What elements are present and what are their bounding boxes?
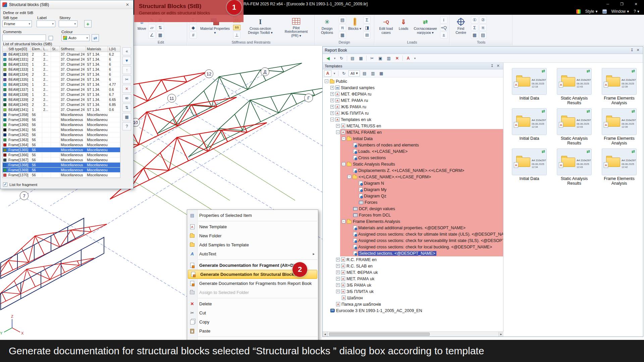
- load-harmonization-button[interactable]: ⇄ Согласование нагрузок ▾: [412, 16, 439, 39]
- stb-column-header[interactable]: L(H): [108, 46, 120, 52]
- view-list-icon[interactable]: ▤: [361, 70, 368, 77]
- design-options-button[interactable]: ✳ Design Options: [316, 16, 338, 39]
- view-details-icon[interactable]: ▥: [369, 70, 377, 77]
- menu-style[interactable]: Style ▾: [585, 9, 598, 14]
- document-thumbnail[interactable]: ⇄AA4 210x29706.06.2025 12:39Frame Elemen…: [598, 108, 640, 148]
- stb-table-row[interactable]: BEAM[1335]12...37. Channel 24ST 1.34.6: [3, 77, 120, 82]
- stb-type-select[interactable]: Frame▾: [2, 20, 32, 27]
- tree-expander-icon[interactable]: +: [336, 290, 340, 293]
- copy-icon[interactable]: ▣: [377, 55, 384, 62]
- tree-expander-icon[interactable]: +: [330, 86, 334, 89]
- tree-item-metal-frame-en[interactable]: −AMETAL FRAME en: [323, 129, 503, 135]
- export-dropdown-icon[interactable]: ▾: [413, 55, 417, 62]
- stb-table-row[interactable]: Frame[1365]56MiscellaneousMiscellaneous: [3, 147, 120, 153]
- thumbnail-card[interactable]: ⇄AA4 210x29706.06.2025 12:18: [512, 68, 547, 95]
- menu-item-add-samples-to-template[interactable]: Add Samples to Template: [187, 240, 318, 249]
- tree-item-loads-lcase-name[interactable]: Loads. <+LCASE_NAME>: [323, 148, 503, 155]
- delete-icon[interactable]: ✕: [393, 55, 401, 62]
- stb-table-row[interactable]: BEAM[1334]22...37. Channel 24ST 1.34.6: [3, 72, 120, 77]
- tree-item-[interactable]: AШаблон: [323, 295, 503, 301]
- dialog-close-icon[interactable]: ✕: [124, 2, 131, 8]
- tree-item-dcf-design-values[interactable]: DCF, design values: [323, 205, 503, 212]
- mesh-icon[interactable]: ▦: [157, 32, 164, 39]
- refresh-templates-icon[interactable]: ↻: [340, 70, 347, 77]
- loads-button[interactable]: ⇓ Loads: [396, 16, 411, 39]
- tree-expander-icon[interactable]: −: [330, 118, 334, 121]
- tree-item-materials-and-additional-properties-desopt-name[interactable]: Materials and additional properties. <@D…: [323, 225, 503, 231]
- document-thumbnail[interactable]: ⇄AA4 210x29706.06.2025 12:18Initial Data: [508, 68, 550, 108]
- scroll-right-icon[interactable]: ►: [498, 332, 503, 337]
- tree-item-static-analysis-results[interactable]: −Static Analysis Results: [323, 161, 503, 167]
- stb-table-row[interactable]: Frame[1368]56MiscellaneousMiscellaneous: [3, 163, 120, 168]
- tree-item-numbers-of-nodes-and-elements[interactable]: Numbers of nodes and elements: [323, 142, 503, 148]
- add-load-icon[interactable]: +Q: [440, 24, 447, 31]
- tree-item-public[interactable]: −Public: [323, 78, 503, 84]
- maximize-button[interactable]: ❐: [615, 1, 629, 7]
- paste-icon[interactable]: ▥: [385, 55, 392, 62]
- view-grid-icon[interactable]: ▦: [378, 70, 385, 77]
- calc-icon[interactable]: π: [339, 24, 346, 31]
- tree-expander-icon[interactable]: +: [330, 111, 334, 115]
- structural-blocks-button[interactable]: Blocks ▾: [347, 16, 362, 39]
- back-dropdown-icon[interactable]: ▾: [333, 55, 337, 62]
- tree-item-ru[interactable]: +AЖ/Б РАМА ru: [323, 104, 503, 110]
- tree-item-cross-sections[interactable]: Cross sections: [323, 155, 503, 161]
- thumbnail-card[interactable]: ⇄AA4 210x29706.06.2025 12:34: [512, 108, 547, 135]
- tree-expander-icon[interactable]: −: [342, 162, 345, 166]
- stb-table-row[interactable]: Frame[1361]56MiscellaneousMiscellaneous: [3, 127, 120, 132]
- tree-expander-icon[interactable]: +: [336, 258, 340, 261]
- table-tools-icon[interactable]: ▤: [479, 32, 487, 39]
- document-thumbnail[interactable]: ⇄AA4 210x29706.06.2025 12:43Static Analy…: [553, 68, 595, 108]
- stb-table-row[interactable]: Frame[1359]56MiscellaneousMiscellaneous: [3, 117, 120, 122]
- tree-item-uk[interactable]: +AМЕТ. ФЕРМА uk: [323, 269, 503, 276]
- tree-item-metal-truss-en[interactable]: +AMETAL TRUSS en: [323, 123, 503, 129]
- pilot-reinforcement-button[interactable]: Pilot Reinforcement (PR) ▾: [280, 16, 312, 39]
- tree-expander-icon[interactable]: −: [342, 137, 345, 140]
- stb-column-header[interactable]: Materials: [86, 46, 108, 52]
- tree-expander-icon[interactable]: +: [336, 270, 340, 274]
- thumbnail-card[interactable]: ⇄AA4 210x29706.06.2025 12:39: [602, 68, 637, 95]
- tree-expander-icon[interactable]: −: [336, 130, 340, 134]
- plus-grid-icon[interactable]: ⊞: [363, 32, 371, 39]
- filter-all-dropdown[interactable]: All ▾: [348, 70, 360, 76]
- grid-tools-icon[interactable]: ▦: [471, 32, 478, 39]
- stb-table-row[interactable]: Frame[1358]56MiscellaneousMiscellaneous: [3, 112, 120, 117]
- tree-item-ru[interactable]: +AМЕТ. РАМА ru: [323, 97, 503, 104]
- pin-icon[interactable]: ↧: [629, 48, 635, 53]
- tree-item-uk[interactable]: +AЗ/Б РАМА uk: [323, 282, 503, 288]
- thumbnail-card[interactable]: ⇄AA4 210x29706.06.2025 12:39: [602, 108, 637, 135]
- templates-pin-icon[interactable]: ↧: [489, 63, 495, 69]
- label-input[interactable]: ▾: [37, 20, 55, 27]
- stb-table-row[interactable]: Frame[1362]56MiscellaneousMiscellaneous: [3, 132, 120, 137]
- table-icon[interactable]: ▤: [339, 16, 346, 23]
- tree-item-frame-elements-analysis[interactable]: −Frame Elements Analysis: [323, 218, 503, 225]
- stb-table-row[interactable]: Frame[1363]56MiscellaneousMiscellaneous: [3, 137, 120, 142]
- tree-item-forces[interactable]: Forces: [323, 199, 503, 205]
- stb-table-row[interactable]: BEAM[1339]22...37. Channel 24ST 1.34.6.6…: [3, 97, 120, 102]
- thumbnail-card[interactable]: ⇄AA4 210x29706.06.2025 12:43: [557, 108, 592, 135]
- edit-load-cases-button[interactable]: −Q Edit load cases: [377, 16, 395, 39]
- document-thumbnail[interactable]: ⇄AA4 210x29706.06.2025 12:39Frame Elemen…: [598, 68, 640, 108]
- template-dropdown-icon[interactable]: ▾: [332, 70, 336, 77]
- menu-item-generate-documentation-for-fragments-from-report-book[interactable]: Generate Documentation for Fragments fro…: [187, 279, 318, 288]
- tree-item-uk[interactable]: +AМЕТ. РАМА uk: [323, 276, 503, 282]
- tree-item-diagram-my[interactable]: Diagram My: [323, 186, 503, 193]
- menu-item-assign-to-selected-folder[interactable]: Assign to Selected Folder: [187, 288, 318, 297]
- tree-item-forces-from-dcl[interactable]: Forces from DCL: [323, 212, 503, 218]
- tree-expander-icon[interactable]: +: [336, 124, 340, 128]
- colour-select[interactable]: Auto▾: [61, 35, 90, 41]
- balance-icon[interactable]: ±: [440, 32, 447, 39]
- list-for-fragment-checkbox[interactable]: ✓: [3, 182, 7, 187]
- menu-item-new-folder[interactable]: New Folder: [187, 231, 318, 240]
- tree-expander-icon[interactable]: +: [330, 99, 334, 102]
- tree-item-diagram-n[interactable]: Diagram N: [323, 180, 503, 186]
- templates-close-icon[interactable]: ✕: [495, 63, 501, 69]
- menu-item-paste[interactable]: Paste: [187, 326, 318, 336]
- stb-table-row[interactable]: BEAM[1338]12...37. Channel 24ST 1.34.6.7: [3, 92, 120, 97]
- close-button[interactable]: ✕: [629, 1, 643, 7]
- ss-icon[interactable]: SS: [233, 24, 240, 31]
- thumbnail-card[interactable]: ⇄AA4 210x29706.06.2025 12:42: [602, 148, 637, 175]
- tree-item-selected-sections-desopt-name[interactable]: Selected sections. <@DESOPT_NAME>: [323, 250, 503, 256]
- tree-item-templates-en-uk[interactable]: −ATemplates en uk: [323, 116, 503, 123]
- info-icon[interactable]: i: [440, 16, 447, 23]
